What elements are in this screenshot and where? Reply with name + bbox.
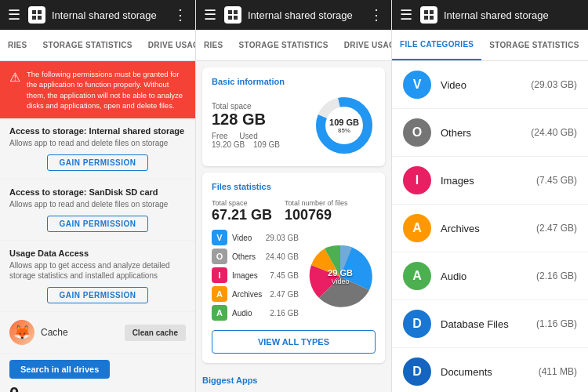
category-others[interactable]: O Others (24.40 GB) bbox=[392, 109, 588, 157]
panel1-dots[interactable]: ⋮ bbox=[173, 6, 187, 24]
panel3-hamburger-icon[interactable]: ☰ bbox=[400, 6, 412, 24]
total-space-label: Total space bbox=[212, 102, 303, 111]
images-icon: I bbox=[212, 267, 227, 283]
gain-permission-3-button[interactable]: GAIN PERMISSION bbox=[47, 287, 147, 303]
total-space-stat-value: 67.21 GB bbox=[212, 207, 272, 223]
svg-rect-6 bbox=[228, 10, 232, 14]
panel3-tab-categories[interactable]: FILE CATEGORIES bbox=[392, 30, 481, 60]
file-type-images[interactable]: I Images 7.45 GB bbox=[212, 267, 299, 283]
images-cat-name: Images bbox=[441, 175, 527, 187]
archives-icon: A bbox=[212, 286, 227, 302]
archives-size: 2.47 GB bbox=[270, 290, 299, 299]
audio-cat-name: Audio bbox=[441, 270, 527, 282]
audio-name: Audio bbox=[232, 309, 265, 318]
tab-storage-stats[interactable]: STORAGE STATISTICS bbox=[35, 30, 140, 60]
others-name: Others bbox=[232, 252, 261, 261]
file-type-audio[interactable]: A Audio 2.16 GB bbox=[212, 305, 299, 321]
search-all-drives-button[interactable]: Search in all drives bbox=[9, 360, 110, 379]
svg-rect-9 bbox=[234, 16, 238, 20]
permission-internal-storage: Access to storage: Internal shared stora… bbox=[0, 118, 195, 180]
others-cat-name: Others bbox=[441, 127, 521, 139]
biggest-apps-title: Biggest Apps bbox=[196, 369, 391, 388]
svg-rect-13 bbox=[424, 10, 428, 14]
warning-box: ⚠ The following permissions must be gran… bbox=[0, 61, 195, 118]
warning-icon: ⚠ bbox=[9, 69, 20, 111]
file-type-video[interactable]: V Video 29.03 GB bbox=[212, 230, 299, 245]
svg-rect-16 bbox=[430, 16, 434, 20]
others-icon: O bbox=[212, 249, 227, 264]
panel2-tab-storage[interactable]: STORAGE STATISTICS bbox=[231, 30, 336, 60]
total-files-stat-value: 100769 bbox=[285, 207, 348, 223]
total-files-stat-label: Total number of files bbox=[285, 199, 348, 207]
view-all-types-button[interactable]: View all types bbox=[212, 330, 376, 354]
others-cat-size: (24.40 GB) bbox=[531, 127, 577, 138]
archives-cat-size: (2.47 GB) bbox=[536, 223, 577, 234]
database-cat-name: Database Files bbox=[441, 318, 527, 330]
category-archives[interactable]: A Archives (2.47 GB) bbox=[392, 205, 588, 252]
images-size: 7.45 GB bbox=[270, 271, 299, 280]
panel1-header: ☰ Internal shared storage ⋮ bbox=[0, 0, 195, 30]
gain-permission-1-button[interactable]: GAIN PERMISSION bbox=[47, 154, 147, 171]
permission1-desc: Allows app to read and delete files on s… bbox=[9, 138, 186, 148]
panel2-tab-ries[interactable]: RIES bbox=[196, 30, 231, 60]
video-cat-size: (29.03 GB) bbox=[531, 79, 577, 90]
total-space-value: 128 GB bbox=[212, 111, 303, 129]
svg-rect-0 bbox=[32, 10, 36, 14]
tab-drive-usage[interactable]: DRIVE USAGE CHART bbox=[140, 30, 195, 60]
basic-info-title: Basic information bbox=[212, 77, 376, 86]
panel1-tabs: RIES STORAGE STATISTICS DRIVE USAGE CHAR… bbox=[0, 30, 195, 61]
clean-cache-button[interactable]: Clean cache bbox=[125, 325, 186, 341]
archives-name: Archives bbox=[232, 290, 265, 299]
basic-info-card: Basic information Total space 128 GB Fre… bbox=[202, 67, 385, 166]
panel1-title: Internal shared storage bbox=[52, 9, 173, 21]
category-documents[interactable]: D Documents (411 MB) bbox=[392, 348, 588, 392]
others-size: 24.40 GB bbox=[266, 252, 299, 261]
category-database[interactable]: D Database Files (1.16 GB) bbox=[392, 300, 588, 348]
audio-avatar: A bbox=[403, 262, 431, 290]
audio-icon: A bbox=[212, 305, 227, 321]
donut-chart: 109 GB 85% bbox=[313, 94, 376, 157]
panel2-dots[interactable]: ⋮ bbox=[369, 6, 383, 24]
panel2-tabs: RIES STORAGE STATISTICS DRIVE USAGE CHAR… bbox=[196, 30, 391, 61]
total-files-stat: Total number of files 100769 bbox=[285, 199, 348, 223]
svg-rect-15 bbox=[424, 16, 428, 20]
permission3-desc: Allows app to get access and analyze det… bbox=[9, 260, 186, 281]
video-icon: V bbox=[212, 230, 227, 245]
free-value: 19.20 GB bbox=[212, 140, 245, 149]
panel1-content: ⚠ The following permissions must be gran… bbox=[0, 61, 195, 392]
cache-row: 🦊 Cache Clean cache bbox=[0, 312, 195, 354]
video-cat-name: Video bbox=[441, 79, 521, 91]
svg-rect-8 bbox=[228, 16, 232, 20]
file-type-archives[interactable]: A Archives 2.47 GB bbox=[212, 286, 299, 302]
panel3-content: V Video (29.03 GB) O Others (24.40 GB) I… bbox=[392, 61, 588, 392]
permission-sandisk: Access to storage: SanDisk SD card Allow… bbox=[0, 180, 195, 241]
hamburger-icon[interactable]: ☰ bbox=[8, 6, 20, 24]
category-video[interactable]: V Video (29.03 GB) bbox=[392, 61, 588, 109]
video-avatar: V bbox=[403, 71, 431, 99]
category-images[interactable]: I Images (7.45 GB) bbox=[392, 157, 588, 205]
total-space-stat: Total space 67.21 GB bbox=[212, 199, 272, 223]
permission1-title: Access to storage: Internal shared stora… bbox=[9, 126, 186, 136]
panel2-tab-drive[interactable]: DRIVE USAGE CHART bbox=[336, 30, 391, 60]
video-name: Video bbox=[232, 234, 261, 242]
used-label: Used bbox=[239, 132, 257, 140]
category-audio[interactable]: A Audio (2.16 GB) bbox=[392, 252, 588, 300]
database-avatar: D bbox=[403, 310, 431, 338]
files-stats-card: Files statistics Total space 67.21 GB To… bbox=[202, 172, 385, 363]
gain-permission-2-button[interactable]: GAIN PERMISSION bbox=[47, 216, 147, 232]
images-name: Images bbox=[232, 271, 265, 280]
video-size: 29.03 GB bbox=[266, 234, 299, 242]
warning-text: The following permissions must be grante… bbox=[27, 69, 186, 111]
panel3-title: Internal shared storage bbox=[444, 9, 580, 21]
panel3-header: ☰ Internal shared storage bbox=[392, 0, 588, 30]
panel3-tab-storage[interactable]: STORAGE STATISTICS bbox=[481, 30, 586, 60]
audio-size: 2.16 GB bbox=[270, 309, 299, 318]
panel2-hamburger-icon[interactable]: ☰ bbox=[204, 6, 216, 24]
permission-usage-data: Usage Data Access Allows app to get acce… bbox=[0, 241, 195, 312]
cache-icon: 🦊 bbox=[9, 320, 34, 345]
svg-rect-1 bbox=[38, 10, 42, 14]
total-space-stat-label: Total space bbox=[212, 199, 272, 207]
file-type-others[interactable]: O Others 24.40 GB bbox=[212, 249, 299, 264]
panel2-header: ☰ Internal shared storage ⋮ bbox=[196, 0, 391, 30]
tab-ries[interactable]: RIES bbox=[0, 30, 35, 60]
